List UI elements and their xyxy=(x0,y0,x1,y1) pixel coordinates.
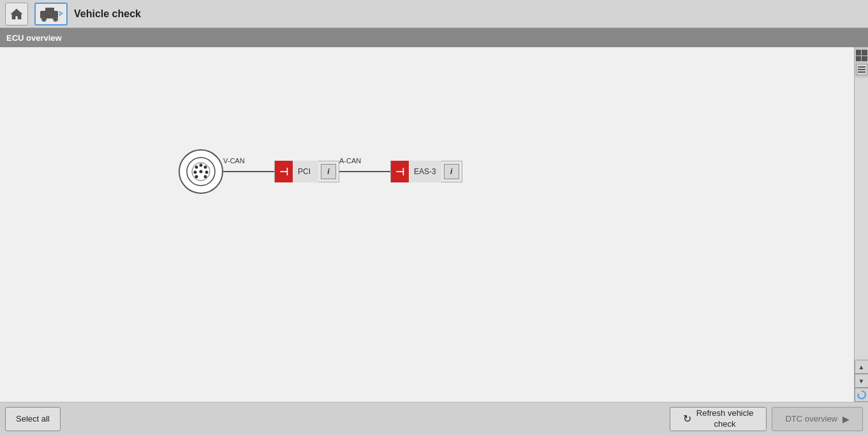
v-can-segment: V-CAN ⊣ PCI i xyxy=(223,161,339,182)
ecu-overview-label: ECU overview xyxy=(6,33,62,43)
page-title: Vehicle check xyxy=(74,8,141,20)
svg-point-9 xyxy=(61,12,63,14)
refresh-label: Refresh vehiclecheck xyxy=(696,408,754,430)
main-area: V-CAN ⊣ PCI i A-CAN xyxy=(0,47,868,402)
diagram-canvas: V-CAN ⊣ PCI i A-CAN xyxy=(0,47,854,402)
scroll-down-button[interactable]: ▼ xyxy=(855,374,869,388)
svg-point-8 xyxy=(59,11,61,13)
a-can-segment: A-CAN ⊣ EAS-3 i xyxy=(339,161,462,182)
svg-rect-2 xyxy=(45,8,54,13)
eas3-label: EAS-3 xyxy=(409,161,441,182)
grid-view-icon[interactable] xyxy=(856,50,867,61)
dtc-overview-button[interactable]: DTC overview ▶ xyxy=(772,407,863,431)
pci-label: PCI xyxy=(293,161,318,182)
eas3-info-button[interactable]: i xyxy=(444,164,459,179)
obd-connector xyxy=(179,149,223,194)
svg-point-13 xyxy=(200,164,203,167)
scroll-up-button[interactable]: ▲ xyxy=(855,360,869,374)
svg-point-12 xyxy=(195,166,198,169)
ecu-diagram: V-CAN ⊣ PCI i A-CAN xyxy=(179,149,462,194)
scroll-track[interactable] xyxy=(855,78,868,360)
zoom-reset-button[interactable] xyxy=(855,388,869,402)
v-can-line xyxy=(223,171,274,172)
dtc-label: DTC overview xyxy=(785,414,837,424)
refresh-icon: ↻ xyxy=(683,413,691,425)
home-button[interactable] xyxy=(5,3,28,26)
svg-marker-0 xyxy=(11,9,22,19)
svg-point-18 xyxy=(195,175,198,179)
a-can-line xyxy=(339,171,390,172)
pci-red-symbol: ⊣ xyxy=(275,161,293,182)
chevron-right-icon: ▶ xyxy=(842,414,850,424)
bottom-bar: Select all ↻ Refresh vehiclecheck DTC ov… xyxy=(0,402,868,435)
svg-point-19 xyxy=(204,175,207,179)
pci-ecu-node[interactable]: ⊣ PCI i xyxy=(274,161,339,182)
top-icons-area xyxy=(855,47,868,78)
eas3-ecu-node[interactable]: ⊣ EAS-3 i xyxy=(390,161,462,182)
list-view-icon[interactable] xyxy=(856,64,867,75)
refresh-vehicle-check-button[interactable]: ↻ Refresh vehiclecheck xyxy=(670,407,767,431)
svg-point-15 xyxy=(194,171,197,174)
v-can-label: V-CAN xyxy=(223,157,245,165)
scroll-bottom-buttons: ▲ ▼ xyxy=(855,360,868,402)
svg-marker-20 xyxy=(858,393,860,395)
header: Vehicle check xyxy=(0,0,868,28)
ecu-overview-bar: ECU overview xyxy=(0,28,868,47)
svg-point-7 xyxy=(59,13,61,15)
svg-point-17 xyxy=(205,171,209,174)
pci-info-button[interactable]: i xyxy=(321,164,336,179)
svg-point-6 xyxy=(54,18,57,20)
svg-point-5 xyxy=(43,18,45,20)
svg-point-14 xyxy=(204,166,207,169)
a-can-label: A-CAN xyxy=(339,157,361,165)
vehicle-check-icon-button[interactable] xyxy=(34,3,68,26)
select-all-button[interactable]: Select all xyxy=(5,407,61,431)
svg-point-16 xyxy=(200,170,203,173)
right-scrollbar-panel: ▲ ▼ xyxy=(854,47,868,402)
eas3-red-symbol: ⊣ xyxy=(391,161,409,182)
